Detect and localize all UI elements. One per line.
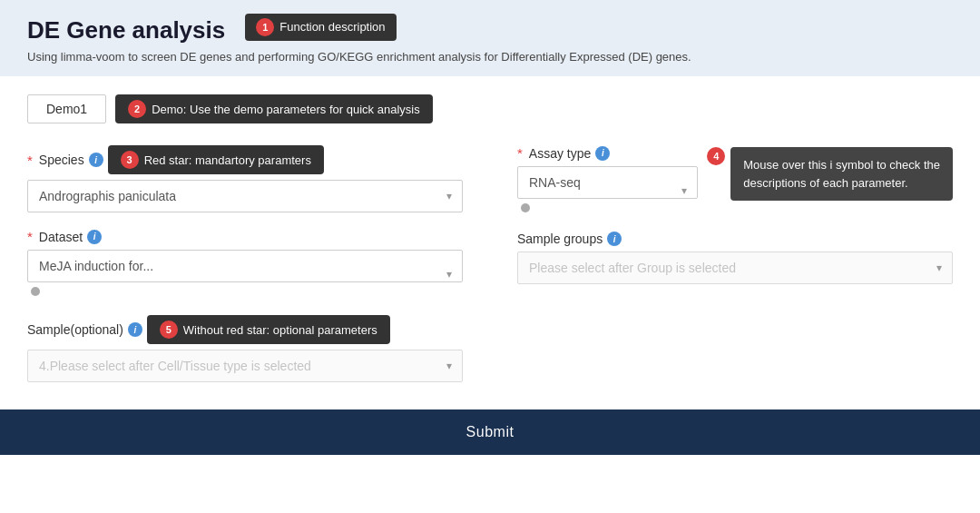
dataset-select-wrapper: MeJA induction for... ▾ — [27, 250, 463, 299]
dataset-spinner-dot — [31, 287, 40, 296]
badge-5: 5 — [160, 321, 178, 339]
demo-tooltip-text: Demo: Use the demo parameters for quick … — [152, 103, 420, 116]
species-info-icon[interactable]: i — [89, 153, 103, 167]
assay-spinner-dot — [521, 203, 530, 212]
page-subtitle: Using limma-voom to screen DE genes and … — [27, 50, 953, 64]
species-group: * Species i 3 Red star: mandartory param… — [27, 145, 463, 212]
demo-tooltip: 2 Demo: Use the demo parameters for quic… — [115, 94, 433, 123]
dataset-info-icon[interactable]: i — [87, 230, 102, 244]
dataset-select[interactable]: MeJA induction for... — [27, 250, 463, 282]
assay-select-wrapper: RNA-seq ▾ — [517, 166, 698, 215]
sample-groups-group: Sample groups i Please select after Grou… — [517, 232, 953, 284]
assay-select[interactable]: RNA-seq — [517, 166, 698, 199]
species-required-star: * — [27, 153, 33, 168]
dataset-label: Dataset — [39, 230, 83, 244]
without-red-star-tooltip: 5 Without red star: optional parameters — [147, 315, 390, 344]
page-title: DE Gene analysis — [27, 16, 225, 44]
sample-groups-select-wrapper: Please select after Group is selected ▾ — [517, 252, 953, 284]
sample-label: Sample(optional) — [27, 322, 123, 337]
submit-button[interactable]: Submit — [0, 409, 980, 455]
function-desc-label: Function description — [279, 20, 385, 34]
sample-group: Sample(optional) i 5 Without red star: o… — [27, 315, 463, 382]
assay-info-icon[interactable]: i — [595, 146, 610, 161]
sample-select-wrapper: 4.Please select after Cell/Tissue type i… — [27, 350, 463, 382]
red-star-tooltip: 3 Red star: mandartory paramters — [108, 145, 324, 174]
species-select[interactable]: Andrographis paniculata — [27, 180, 463, 212]
form-grid: * Species i 3 Red star: mandartory param… — [27, 145, 953, 382]
sample-select[interactable]: 4.Please select after Cell/Tissue type i… — [27, 350, 463, 382]
assay-type-group: * Assay type i RNA-seq ▾ — [517, 145, 953, 215]
assay-tooltip-balloon: Mouse over this i symbol to check the de… — [730, 147, 953, 201]
sample-info-icon[interactable]: i — [128, 322, 142, 337]
without-red-star-tooltip-text: Without red star: optional parameters — [183, 323, 377, 337]
badge-1: 1 — [256, 18, 274, 36]
function-desc-badge: 1 Function description — [245, 14, 396, 41]
assay-required-star: * — [517, 145, 523, 161]
assay-tooltip-line1: Mouse over this i symbol to check the — [743, 158, 940, 172]
badge-4: 4 — [707, 147, 725, 165]
header-section: DE Gene analysis 1 Function description … — [0, 0, 980, 76]
form-right: * Assay type i RNA-seq ▾ — [517, 145, 953, 382]
demo1-tab[interactable]: Demo1 — [27, 94, 106, 123]
assay-type-label: Assay type — [529, 146, 591, 161]
dataset-group: * Dataset i MeJA induction for... ▾ — [27, 229, 463, 299]
dataset-required-star: * — [27, 229, 33, 244]
demo-row: Demo1 2 Demo: Use the demo parameters fo… — [27, 94, 953, 123]
sample-groups-label: Sample groups — [517, 232, 603, 246]
sample-groups-select[interactable]: Please select after Group is selected — [517, 252, 953, 284]
assay-tooltip-line2: descriptions of each parameter. — [743, 176, 907, 190]
badge-3: 3 — [121, 151, 139, 169]
species-label: Species — [39, 153, 84, 167]
sample-groups-info-icon[interactable]: i — [607, 232, 622, 246]
red-star-tooltip-text: Red star: mandartory paramters — [144, 153, 311, 167]
form-left: * Species i 3 Red star: mandartory param… — [27, 145, 463, 382]
main-content: Demo1 2 Demo: Use the demo parameters fo… — [0, 76, 980, 513]
badge-2: 2 — [128, 100, 146, 118]
species-select-wrapper: Andrographis paniculata ▾ — [27, 180, 463, 212]
